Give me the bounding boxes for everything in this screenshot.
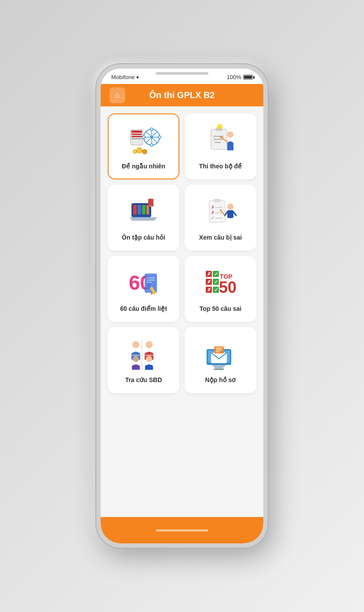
card-label-de-ngau-nhien: Đề ngẫu nhiên: [122, 163, 165, 170]
svg-text:✗: ✗: [207, 279, 211, 284]
svg-point-16: [142, 149, 147, 154]
svg-text:✓: ✓: [214, 287, 218, 292]
svg-rect-4: [131, 138, 142, 139]
svg-text:✓: ✓: [211, 215, 215, 220]
svg-rect-3: [131, 136, 142, 137]
svg-point-46: [227, 204, 233, 210]
menu-card-thi-theo-bo-de[interactable]: ✓ ✓ Thi theo bộ đ: [185, 113, 256, 179]
bottom-nav-bar: [101, 517, 263, 543]
card-icon-random: [126, 123, 161, 158]
card-label-on-tap-cau-hoi: Ôn tập câu hỏi: [122, 234, 165, 241]
home-indicator: [156, 529, 208, 532]
card-label-60-cau-diem-liet: 60 câu điểm liệt: [120, 305, 167, 312]
svg-rect-47: [227, 210, 233, 218]
status-right: 100%: [227, 74, 253, 80]
svg-point-12: [158, 136, 161, 138]
card-label-top-50-cau-sai: Top 50 câu sai: [200, 305, 241, 312]
card-icon-sixty: 60: [126, 266, 161, 301]
card-label-xem-cau-bi-sai: Xem câu bị sai: [199, 234, 242, 241]
app-header: ⌂ Ôn thi GPLX B2: [101, 84, 263, 106]
menu-card-xem-cau-bi-sai[interactable]: ✗ ✗ ✓: [185, 185, 256, 251]
svg-text:✗: ✗: [211, 210, 215, 215]
header-title: Ôn thi GPLX B2: [149, 90, 215, 100]
battery-icon: [243, 75, 253, 80]
menu-card-nop-ho-so[interactable]: Nộp hồ sơ: [185, 327, 256, 393]
svg-rect-87: [214, 368, 224, 370]
card-label-nop-ho-so: Nộp hồ sơ: [205, 376, 236, 383]
svg-line-49: [233, 212, 236, 215]
svg-rect-33: [138, 205, 141, 215]
menu-card-tra-cuu-sbd[interactable]: Tra cứu SBD: [108, 327, 179, 393]
svg-rect-2: [131, 134, 142, 135]
svg-text:50: 50: [219, 278, 237, 296]
svg-point-76: [133, 356, 139, 362]
svg-point-75: [146, 341, 153, 348]
menu-card-on-tap-cau-hoi[interactable]: Ôn tập câu hỏi: [108, 185, 179, 251]
svg-point-77: [146, 356, 152, 362]
svg-text:✗: ✗: [207, 287, 211, 292]
svg-rect-34: [142, 205, 146, 215]
card-icon-review: [126, 194, 161, 230]
menu-card-60-cau-diem-liet[interactable]: 60 60 câu điểm l: [108, 256, 179, 322]
card-icon-exam-set: ✓ ✓: [203, 123, 238, 158]
status-bar: Mobifone ▾ 100%: [101, 69, 263, 84]
svg-point-51: [220, 209, 222, 211]
page-background: Mobifone ▾ 100% ⌂ Ôn thi GPLX B2: [0, 0, 364, 612]
main-content: Đề ngẫu nhiên: [101, 106, 263, 517]
menu-row-2: Ôn tập câu hỏi ✗ ✗: [108, 185, 256, 251]
svg-rect-27: [219, 129, 221, 131]
svg-rect-32: [133, 205, 137, 215]
svg-point-17: [133, 150, 137, 153]
home-icon: ⌂: [115, 91, 120, 100]
wifi-icon: ▾: [136, 74, 139, 80]
svg-point-25: [227, 131, 233, 138]
svg-point-74: [132, 341, 139, 348]
card-icon-wrong-answers: ✗ ✗ ✓: [203, 194, 238, 230]
svg-point-14: [142, 136, 145, 138]
svg-text:✓: ✓: [214, 271, 218, 277]
svg-text:✓: ✓: [213, 138, 216, 142]
menu-row-4: Tra cứu SBD: [108, 327, 256, 393]
svg-rect-39: [214, 199, 221, 202]
svg-point-11: [150, 128, 153, 131]
svg-rect-1: [131, 131, 142, 133]
card-icon-submit: [203, 337, 238, 372]
svg-text:✗: ✗: [211, 205, 215, 210]
svg-point-26: [217, 124, 222, 129]
card-icon-lookup: [126, 337, 161, 372]
menu-row-1: Đề ngẫu nhiên: [108, 113, 256, 179]
home-button[interactable]: ⌂: [109, 87, 125, 103]
svg-point-13: [150, 144, 153, 146]
svg-text:✓: ✓: [214, 279, 218, 284]
phone-frame: Mobifone ▾ 100% ⌂ Ôn thi GPLX B2: [96, 64, 268, 548]
carrier-label: Mobifone: [111, 74, 135, 80]
battery-label: 100%: [227, 74, 241, 80]
card-label-thi-theo-bo-de: Thi theo bộ đề: [199, 163, 242, 170]
status-left: Mobifone ▾: [111, 74, 139, 80]
svg-point-15: [137, 148, 142, 153]
svg-text:✗: ✗: [207, 271, 211, 277]
card-label-tra-cuu-sbd: Tra cứu SBD: [125, 376, 162, 383]
menu-row-3: 60 60 câu điểm l: [108, 256, 256, 322]
menu-card-top-50-cau-sai[interactable]: ✗ ✗ ✗ ✓ ✓ ✓ TOP: [185, 256, 256, 322]
menu-card-de-ngau-nhien[interactable]: Đề ngẫu nhiên: [108, 113, 179, 179]
card-icon-top50: ✗ ✗ ✗ ✓ ✓ ✓ TOP: [203, 266, 238, 301]
